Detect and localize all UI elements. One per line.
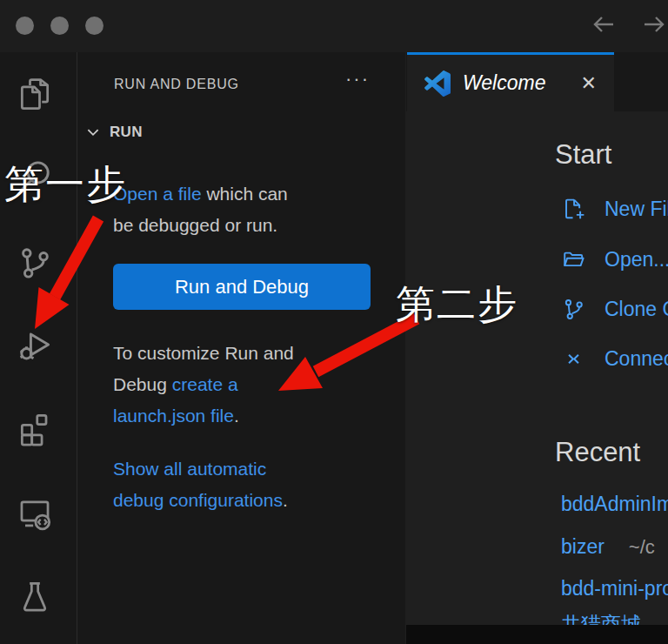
chevron-down-icon [85,124,101,140]
recent-item-path: ~/c [629,536,655,558]
run-section-header[interactable]: RUN [85,124,143,141]
run-section-label: RUN [110,124,143,141]
extensions-icon[interactable] [16,410,54,448]
start-item-clone[interactable]: Clone Git Repository... [561,297,668,322]
recent-item[interactable]: bizer~/c [561,535,655,559]
vscode-window: RUN AND DEBUG ··· RUN Open a file which … [0,0,668,644]
recent-item[interactable]: bdd-mini-program [561,577,668,600]
start-item-open[interactable]: Open... [561,247,668,272]
start-heading: Start [555,139,611,171]
titlebar [0,0,668,52]
vscode-logo-icon [424,70,451,97]
recent-item[interactable]: bddAdminImpl [561,493,668,516]
tab-welcome[interactable]: Welcome ✕ [407,52,614,111]
start-item-connect[interactable]: Connect to... [561,346,668,372]
editor-group: Welcome ✕ Start New File... [406,52,668,644]
tab-bar: Welcome ✕ [406,52,668,111]
search-icon[interactable] [16,158,54,196]
window-zoom-button[interactable] [85,17,104,35]
create-launch-json-link[interactable]: create a [172,374,238,394]
show-all-configs: Show all automatic debug configurations. [113,453,391,516]
show-all-link-line2[interactable]: debug configurations [113,490,283,510]
window-minimize-button[interactable] [50,17,69,35]
start-item-new-file[interactable]: New File... [561,197,668,222]
panel-title: RUN AND DEBUG [114,77,239,92]
explorer-files-icon[interactable] [16,75,54,113]
remote-explorer-icon[interactable] [16,494,54,533]
open-folder-icon [561,247,586,272]
more-actions-button[interactable]: ··· [345,68,370,91]
run-and-debug-panel: RUN AND DEBUG ··· RUN Open a file which … [77,52,405,644]
tab-close-icon[interactable]: ✕ [581,72,597,95]
launch-json-file-link[interactable]: launch.json file [113,406,234,426]
open-file-hint: Open a file which can be debugged or run… [113,178,383,241]
git-clone-icon [561,297,586,322]
run-and-debug-button[interactable]: Run and Debug [113,264,371,310]
recent-heading: Recent [555,437,640,468]
open-a-file-link[interactable]: Open a file [113,184,202,204]
nav-back-icon[interactable] [591,11,617,37]
window-close-button[interactable] [16,17,34,35]
bottom-strip [406,625,668,644]
run-debug-icon[interactable] [16,325,54,364]
new-file-icon [561,197,586,222]
window-controls [16,17,104,35]
tab-title: Welcome [463,71,545,95]
source-control-icon[interactable] [16,244,54,282]
show-all-link-line1[interactable]: Show all automatic [113,459,266,479]
testing-icon[interactable] [16,578,54,616]
nav-forward-icon[interactable] [641,11,667,37]
customize-hint: To customize Run and Debug create a laun… [113,338,391,432]
activity-bar [0,52,77,644]
remote-connect-icon [561,346,586,372]
